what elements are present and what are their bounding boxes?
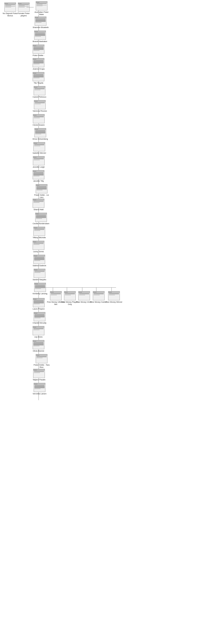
thumb-lacey[interactable] xyxy=(33,241,44,250)
label-free-money-winner: Free Money Winner xyxy=(106,301,122,303)
thumb-free-money-victor[interactable] xyxy=(78,291,90,300)
thumb-clonie[interactable] xyxy=(33,114,45,123)
thumb-free-money-winner[interactable] xyxy=(108,291,120,300)
label-lily: Lily Elviro xyxy=(34,336,43,338)
node-kimberly[interactable]: Kimberly Lansing xyxy=(33,283,47,295)
thumb-shana[interactable] xyxy=(33,199,44,208)
node-poker-hottie-liz[interactable]: Poker Hottie - Liz Lieu xyxy=(33,184,50,198)
label-lacey: Lacey Jones xyxy=(33,250,44,253)
node-tatjana[interactable]: Tatjana Pasalic xyxy=(33,369,45,381)
node-shannon[interactable]: Shannon Elizabeth xyxy=(33,17,49,29)
label-joanna: Joanna Krupa xyxy=(33,68,45,70)
label-cecilia: Cecilia Nordenstam xyxy=(33,222,49,225)
node-lily[interactable]: Lily Elviro xyxy=(33,326,44,338)
thumb-jennifer-leigh[interactable] xyxy=(33,156,45,165)
node-brandi[interactable]: Brandi Hawbaker xyxy=(33,31,47,43)
node-sabina[interactable]: Sabina Gadecki xyxy=(33,255,46,267)
label-erica: Erica Schoenberg xyxy=(33,138,48,140)
thumb-chantel[interactable] xyxy=(34,312,45,321)
thumb-lily[interactable] xyxy=(33,326,44,335)
thumb-laura[interactable] xyxy=(33,298,45,307)
label-vanessa: Vanessa Rousso xyxy=(33,110,47,112)
label-tila: Tila Tequila xyxy=(34,82,43,84)
node-poker-hottie1[interactable]: Poker Hottie - xyxy=(33,45,44,57)
label-olivia: Olivia Boeree xyxy=(33,350,44,352)
node-jennifer-tilly[interactable]: Jennifer Tilly xyxy=(33,170,44,182)
node-cecilia[interactable]: Cecilia Nordenstam xyxy=(33,213,49,225)
node-shana[interactable]: Shana Hiatt xyxy=(33,199,44,211)
thumb-tatjana[interactable] xyxy=(33,369,45,378)
label-brandi: Brandi Hawbaker xyxy=(33,40,47,43)
thumb-free-money-ub[interactable] xyxy=(50,291,62,300)
thumb-camel[interactable] xyxy=(34,86,45,95)
node-poker-hottie-tara[interactable]: Poker Hottie - Tara Rice xyxy=(33,354,50,368)
thumb-veronika[interactable] xyxy=(34,383,45,392)
node-tiffany[interactable]: Tiffany Michelle xyxy=(33,227,46,239)
label-camel: Camel Petresco xyxy=(33,96,46,98)
label-jennifer-leigh: Jennifer Leigh xyxy=(33,166,45,168)
node-female-poker[interactable]: Female Poker players xyxy=(15,3,33,17)
thumb-poker-hottie-liz[interactable] xyxy=(36,184,47,193)
label-female-poker: Female Poker players xyxy=(15,12,33,17)
node-joanna[interactable]: Joanna Krupa xyxy=(33,58,45,70)
thumb-tiffany[interactable] xyxy=(33,227,45,236)
node-chantel[interactable]: Chantel Mcnulty xyxy=(33,312,46,324)
thumb-erica[interactable] xyxy=(34,128,46,137)
label-free-money-carbon: Free Money Carbon xyxy=(90,301,107,303)
thumb-joanna[interactable] xyxy=(33,58,44,67)
label-clonie: Clonie Gowen xyxy=(33,124,45,126)
label-veronika: Veronika Larsen xyxy=(33,393,46,395)
label-poker-hottie1: Poker Hottie - xyxy=(33,54,44,57)
node-jennifer-leigh[interactable]: Jennifer Leigh xyxy=(33,156,45,168)
node-lacey[interactable]: Lacey Jones xyxy=(33,241,44,253)
thumb-no-deposit[interactable] xyxy=(4,3,16,12)
label-isabelle: Isabelle Mercier xyxy=(33,152,46,154)
thumb-kimberly[interactable] xyxy=(34,283,46,292)
thumb-poker-hottie1[interactable] xyxy=(33,45,44,54)
label-poker-hottie-liz: Poker Hottie - Liz Lieu xyxy=(33,194,50,198)
label-shana: Shana Hiatt xyxy=(33,208,43,211)
node-vanessa[interactable]: Vanessa Rousso xyxy=(33,100,47,112)
thumb-sandra[interactable] xyxy=(34,269,45,278)
thumb-shannon[interactable] xyxy=(35,17,46,26)
thumb-olivia[interactable] xyxy=(33,340,44,349)
node-free-money-carbon[interactable]: Free Money Carbon xyxy=(90,291,107,303)
label-tatjana: Tatjana Pasalic xyxy=(33,379,45,381)
thumb-cecilia[interactable] xyxy=(35,213,47,222)
label-laura: Laura Prepion xyxy=(33,308,45,310)
label-poker-hottie-tara: Poker Hottie - Tara Rice xyxy=(33,364,50,368)
node-erica[interactable]: Erica Schoenberg xyxy=(33,128,48,140)
label-free-money-victor: Free Money Victor xyxy=(76,301,92,303)
thumb-poker-hottie-tara[interactable] xyxy=(36,354,47,363)
node-free-money-victor[interactable]: Free Money Victor xyxy=(76,291,92,303)
node-free-money-winner[interactable]: Free Money Winner xyxy=(106,291,122,303)
node-laura[interactable]: Laura Prepion xyxy=(33,298,45,310)
node-veronika[interactable]: Veronika Larsen xyxy=(33,383,46,395)
node-sandra[interactable]: Sandra Naujoks xyxy=(33,269,46,281)
node-tila[interactable]: Tila Tequila xyxy=(33,72,44,84)
label-kimberly: Kimberly Lansing xyxy=(33,292,47,295)
node-australian-poker[interactable]: Australian Poker Babe xyxy=(33,1,50,16)
thumb-tila[interactable] xyxy=(33,72,44,81)
label-sabina: Sabina Gadecki xyxy=(33,264,46,267)
tree-container: No Deposit Poker Bonus Female Poker play… xyxy=(0,0,204,644)
thumb-jennifer-tilly[interactable] xyxy=(33,170,44,179)
label-tiffany: Tiffany Michelle xyxy=(33,236,46,239)
label-sandra: Sandra Naujoks xyxy=(33,278,46,281)
node-clonie[interactable]: Clonie Gowen xyxy=(33,114,45,126)
thumb-free-money-carbon[interactable] xyxy=(93,291,105,300)
thumb-sabina[interactable] xyxy=(33,255,45,264)
node-olivia[interactable]: Olivia Boeree xyxy=(33,340,44,352)
thumb-isabelle[interactable] xyxy=(33,142,45,151)
thumb-vanessa[interactable] xyxy=(34,100,46,109)
thumb-free-money-po[interactable] xyxy=(64,291,76,300)
label-shannon: Shannon Elizabeth xyxy=(33,26,49,29)
label-jennifer-tilly: Jennifer Tilly xyxy=(33,180,44,182)
thumb-australian-poker[interactable] xyxy=(36,1,47,10)
label-chantel: Chantel Mcnulty xyxy=(33,322,46,324)
node-isabelle[interactable]: Isabelle Mercier xyxy=(33,142,46,154)
label-australian-poker: Australian Poker Babe xyxy=(33,11,50,16)
thumb-brandi[interactable] xyxy=(34,31,46,40)
node-camel[interactable]: Camel Petresco xyxy=(33,86,46,98)
